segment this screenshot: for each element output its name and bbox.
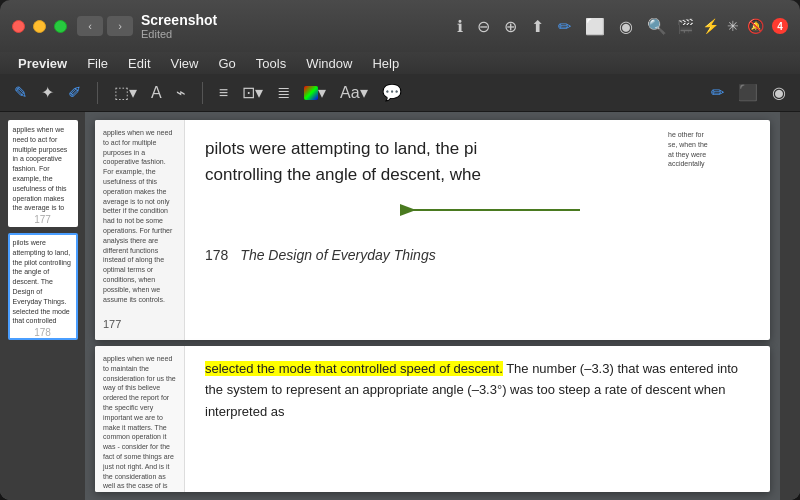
menubar: Preview File Edit View Go Tools Window H… xyxy=(0,52,800,74)
book-title: The Design of Everyday Things xyxy=(240,247,435,263)
page-label-178: 178 xyxy=(10,327,76,338)
layout-icon[interactable]: ⬜ xyxy=(585,17,605,36)
tool-group-right: ✏ ⬛ ◉ xyxy=(705,79,792,106)
bottom-body-text: selected the mode that controlled speed … xyxy=(205,358,750,422)
page-thumb-178[interactable]: pilots were attempting to land, the pilo… xyxy=(8,233,78,340)
spotlight-icon[interactable]: ◉ xyxy=(619,17,633,36)
zoom-in-icon[interactable]: ⊕ xyxy=(504,17,517,36)
share-icon[interactable]: ⬆ xyxy=(531,17,544,36)
maximize-button[interactable] xyxy=(54,20,67,33)
bluetooth-icon: ✳ xyxy=(727,18,739,34)
markup-tool-button[interactable]: ✐ xyxy=(62,79,87,106)
menu-edit[interactable]: Edit xyxy=(118,52,160,74)
page-bottom-left: applies when we need to maintain the con… xyxy=(95,346,185,492)
comment-button[interactable]: 💬 xyxy=(376,79,408,106)
toolbar: ✎ ✦ ✐ ⬚▾ A ⌁ ≡ ⊡▾ ≣ ▾ Aa▾ 💬 ✏ ⬛ ◉ xyxy=(0,74,800,112)
line-button[interactable]: ≣ xyxy=(271,79,296,106)
page-label-177: 177 xyxy=(10,214,76,225)
color-button[interactable]: ▾ xyxy=(298,79,332,106)
page-number-inline: 178 xyxy=(205,247,228,263)
system-icons: 🎬 ⚡ ✳ 🔕 4 xyxy=(677,18,788,34)
right-panel xyxy=(780,112,800,500)
zoom-out-icon[interactable]: ⊖ xyxy=(477,17,490,36)
traffic-lights xyxy=(12,20,67,33)
page-bottom: applies when we need to maintain the con… xyxy=(95,346,770,492)
divider-1 xyxy=(97,82,98,104)
thumb-178-inner: pilots were attempting to land, the pilo… xyxy=(10,235,76,325)
nav-arrows: ‹ › xyxy=(77,16,133,36)
book-title-line: 178 The Design of Everyday Things xyxy=(205,247,640,263)
page-container: applies when we need to act for multiple… xyxy=(85,112,780,500)
align-button[interactable]: ≡ xyxy=(213,80,234,106)
sidebar: applies when we need to act for multiple… xyxy=(0,112,85,500)
app-window: ‹ › Screenshot Edited ℹ ⊖ ⊕ ⬆ ✏ ⬜ ◉ 🔍 🎬 … xyxy=(0,0,800,500)
page-left-column: applies when we need to act for multiple… xyxy=(95,120,185,340)
tool-group-shapes: ⬚▾ A ⌁ xyxy=(108,79,192,106)
document-title: Screenshot xyxy=(141,12,217,29)
notification-badge: 4 xyxy=(772,18,788,34)
page-top: applies when we need to act for multiple… xyxy=(95,120,770,340)
border-button[interactable]: ⊡▾ xyxy=(236,79,269,106)
left-col-text: applies when we need to act for multiple… xyxy=(103,128,176,304)
page-bottom-center: selected the mode that controlled speed … xyxy=(185,346,770,492)
right-col-text: he other forse, when theat they wereacci… xyxy=(668,130,762,169)
thumb-178-text: pilots were attempting to land, the pilo… xyxy=(10,235,76,325)
edit-mode-button[interactable]: ✏ xyxy=(705,79,730,106)
notification-icon: 🔕 xyxy=(747,18,764,34)
font-button[interactable]: Aa▾ xyxy=(334,79,374,106)
markup-icon[interactable]: ✏ xyxy=(558,17,571,36)
thumb-177-inner: applies when we need to act for multiple… xyxy=(10,122,76,212)
color-swatch xyxy=(304,86,318,100)
page-number-left: 177 xyxy=(103,316,176,333)
select-tool-button[interactable]: ✦ xyxy=(35,79,60,106)
menu-view[interactable]: View xyxy=(161,52,209,74)
highlighted-text: selected the mode that controlled speed … xyxy=(205,361,503,376)
minimize-button[interactable] xyxy=(33,20,46,33)
pen-tool-button[interactable]: ✎ xyxy=(8,79,33,106)
search-icon[interactable]: 🔍 xyxy=(647,17,667,36)
nav-forward-button[interactable]: › xyxy=(107,16,133,36)
battery-icon: ⚡ xyxy=(702,18,719,34)
menu-window[interactable]: Window xyxy=(296,52,362,74)
page-right-column: he other forse, when theat they wereacci… xyxy=(660,120,770,340)
doc-viewer: applies when we need to act for multiple… xyxy=(85,112,780,500)
tool-group-format: ≡ ⊡▾ ≣ ▾ Aa▾ 💬 xyxy=(213,79,408,106)
info-icon[interactable]: ℹ xyxy=(457,17,463,36)
arrow-annotation xyxy=(385,180,585,240)
thumb-177-text: applies when we need to act for multiple… xyxy=(10,122,76,212)
bottom-left-text: applies when we need to maintain the con… xyxy=(103,354,176,492)
menu-help[interactable]: Help xyxy=(362,52,409,74)
title-section: Screenshot Edited xyxy=(141,12,217,41)
divider-2 xyxy=(202,82,203,104)
main-content: applies when we need to act for multiple… xyxy=(0,112,800,500)
document-subtitle: Edited xyxy=(141,28,172,40)
titlebar-icons: ℹ ⊖ ⊕ ⬆ ✏ ⬜ ◉ 🔍 xyxy=(457,17,667,36)
menu-file[interactable]: File xyxy=(77,52,118,74)
page-thumb-177[interactable]: applies when we need to act for multiple… xyxy=(8,120,78,227)
signature-button[interactable]: ⌁ xyxy=(170,79,192,106)
nav-back-button[interactable]: ‹ xyxy=(77,16,103,36)
shapes-button[interactable]: ⬚▾ xyxy=(108,79,143,106)
crop-button[interactable]: ⬛ xyxy=(732,79,764,106)
right-icon-button[interactable]: ◉ xyxy=(766,79,792,106)
titlebar: ‹ › Screenshot Edited ℹ ⊖ ⊕ ⬆ ✏ ⬜ ◉ 🔍 🎬 … xyxy=(0,0,800,52)
menu-go[interactable]: Go xyxy=(208,52,245,74)
menu-tools[interactable]: Tools xyxy=(246,52,296,74)
tool-group-draw: ✎ ✦ ✐ xyxy=(8,79,87,106)
text-button[interactable]: A xyxy=(145,80,168,106)
page-center-content: pilots were attempting to land, the pilo… xyxy=(185,120,660,340)
camera-icon: 🎬 xyxy=(677,18,694,34)
close-button[interactable] xyxy=(12,20,25,33)
menu-preview[interactable]: Preview xyxy=(8,52,77,74)
